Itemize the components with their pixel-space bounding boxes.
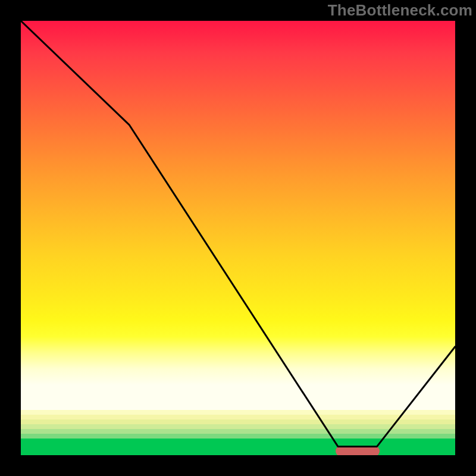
watermark-text: TheBottleneck.com (328, 1, 472, 20)
plot-area (21, 21, 455, 455)
bottleneck-curve (21, 21, 455, 455)
chart-frame: TheBottleneck.com (0, 0, 476, 476)
curve-path (21, 21, 455, 446)
